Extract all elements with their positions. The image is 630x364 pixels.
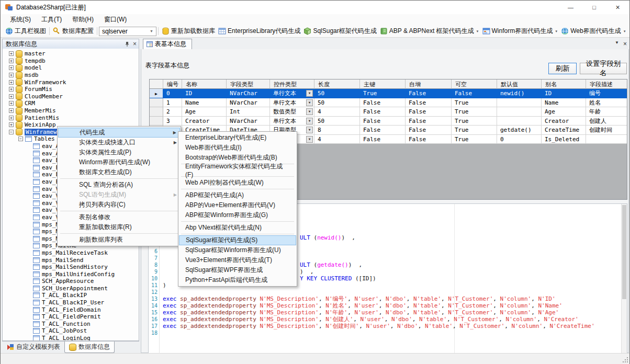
- tab-list-chevron-icon[interactable]: ▼: [615, 40, 619, 48]
- menu-item[interactable]: 刷新数据库列表: [58, 235, 180, 245]
- grid-cell[interactable]: False: [406, 135, 452, 144]
- tree-item-database[interactable]: +CloudMember: [3, 93, 139, 100]
- tree-item-database[interactable]: +ForumMis: [3, 86, 139, 93]
- tree-item-database[interactable]: +PatientMis: [3, 114, 139, 121]
- refresh-button[interactable]: 刷新: [548, 63, 577, 74]
- grid-row[interactable]: 2AgeInt数值类型▼4FalseFalseTrueAge年龄: [150, 107, 627, 117]
- grid-cell[interactable]: False: [406, 107, 452, 117]
- grid-cell[interactable]: False: [406, 98, 452, 108]
- combo-dropdown-icon[interactable]: ▼: [306, 99, 313, 106]
- grid-cell[interactable]: Age: [542, 107, 586, 117]
- menu-item[interactable]: SQL 查询分析器(A): [58, 180, 180, 190]
- tree-item-table[interactable]: T_ACL_BlackIP_User: [3, 299, 139, 306]
- grid-column-header[interactable]: 别名: [542, 79, 586, 89]
- grid-cell[interactable]: True: [360, 89, 406, 98]
- resize-grip[interactable]: [622, 357, 628, 363]
- menu-item[interactable]: Python+FastApi后端代码生成: [179, 275, 296, 285]
- grid-cell[interactable]: 创建时间: [586, 126, 627, 135]
- grid-cell[interactable]: True: [452, 107, 497, 117]
- tree-item-table[interactable]: mps_MailSendHistory: [3, 264, 139, 271]
- tree-item-database[interactable]: +msdb: [3, 72, 139, 79]
- grid-cell[interactable]: 单行文本▼: [270, 98, 314, 108]
- row-header-cell[interactable]: ▶: [150, 89, 163, 98]
- toolbar-enterpriselibrary-button[interactable]: EnterpriseLibrary代码生成: [217, 26, 302, 37]
- grid-column-header[interactable]: 可空: [452, 79, 497, 89]
- expand-icon[interactable]: +: [9, 65, 14, 70]
- grid-cell[interactable]: 3: [163, 117, 182, 126]
- grid-cell[interactable]: 4: [314, 135, 360, 144]
- menu-item[interactable]: SQL语句生成(M)▶: [58, 190, 180, 200]
- menu-item[interactable]: Abp VNext框架代码生成(N): [179, 223, 296, 233]
- menu-item[interactable]: ABP的Vue+Element界面代码(V): [179, 200, 296, 210]
- grid-cell[interactable]: 50: [314, 117, 360, 126]
- grid-cell[interactable]: NVarChar: [227, 89, 270, 98]
- grid-cell[interactable]: Creator: [182, 117, 227, 126]
- menu-tools[interactable]: 工具(T): [36, 14, 67, 25]
- expand-icon[interactable]: +: [9, 73, 14, 77]
- grid-cell[interactable]: False: [360, 107, 406, 117]
- minimize-button[interactable]: —: [559, 1, 582, 14]
- grid-cell[interactable]: 0: [163, 89, 182, 98]
- tree-item-table[interactable]: T_ACL_Function: [3, 321, 139, 328]
- chevron-down-icon[interactable]: ▼: [476, 30, 479, 33]
- grid-cell[interactable]: CreateTime: [542, 126, 586, 135]
- grid-cell[interactable]: True: [452, 126, 497, 135]
- expand-icon[interactable]: +: [9, 101, 14, 106]
- grid-cell[interactable]: 0: [497, 135, 542, 144]
- grid-cell[interactable]: 姓名: [586, 98, 627, 108]
- grid-column-header[interactable]: 控件类型: [270, 79, 314, 89]
- tree-item-table[interactable]: T_ACL_BlackIP: [3, 292, 139, 299]
- grid-cell[interactable]: Name: [182, 98, 227, 108]
- grid-row[interactable]: 1NameNVarChar单行文本▼50FalseFalseTrueName姓名: [150, 98, 627, 108]
- grid-cell[interactable]: False: [406, 126, 452, 135]
- grid-column-header[interactable]: 默认值: [497, 79, 542, 89]
- grid-cell[interactable]: Age: [182, 107, 227, 117]
- grid-cell[interactable]: False: [360, 98, 406, 108]
- menu-item[interactable]: ABP框架代码生成(A): [179, 190, 296, 200]
- grid-column-header[interactable]: 主键: [360, 79, 406, 89]
- close-button[interactable]: ×: [606, 1, 629, 14]
- toolbar-db-config-button[interactable]: 数据库配置: [51, 26, 95, 37]
- combo-dropdown-icon[interactable]: ▼: [306, 108, 313, 115]
- panel-close-icon[interactable]: ×: [133, 40, 137, 48]
- grid-cell[interactable]: [497, 107, 542, 117]
- menu-system[interactable]: 系统(S): [5, 14, 36, 25]
- pin-icon[interactable]: [125, 41, 130, 47]
- menu-item[interactable]: Vue3+Element界面代码生成(T): [179, 255, 296, 265]
- tree-item-table[interactable]: mps_MailSend: [3, 256, 139, 264]
- tree-item-table[interactable]: T_ACL_FieldPermit: [3, 313, 139, 321]
- tab-database-info[interactable]: 数据库信息: [64, 342, 115, 353]
- grid-cell[interactable]: 年龄: [586, 107, 627, 117]
- menu-item[interactable]: Winform界面代码生成(W): [58, 157, 180, 167]
- tree-item-database[interactable]: +MemberMis: [3, 107, 139, 115]
- grid-cell[interactable]: [497, 98, 542, 108]
- grid-cell[interactable]: ID: [182, 89, 227, 98]
- tree-item-table[interactable]: mps_MailUnifiedConfig: [3, 270, 139, 278]
- grid-cell[interactable]: newid(): [497, 89, 542, 98]
- tree-item-table[interactable]: SCH_UserAppointment: [3, 285, 139, 292]
- menu-item[interactable]: Web界面代码生成(I): [179, 143, 296, 153]
- menu-item[interactable]: SqlSugar框架代码生成(S): [179, 235, 296, 245]
- grid-cell[interactable]: getdate(): [497, 126, 542, 135]
- expand-icon[interactable]: +: [9, 59, 14, 63]
- tree-item-database[interactable]: +master: [3, 50, 139, 58]
- grid-cell[interactable]: [497, 117, 542, 126]
- combo-dropdown-icon[interactable]: ▼: [306, 90, 313, 97]
- expand-icon[interactable]: −: [18, 136, 23, 141]
- grid-cell[interactable]: Name: [542, 98, 586, 108]
- grid-cell[interactable]: True: [452, 117, 497, 126]
- grid-cell[interactable]: False: [360, 117, 406, 126]
- tree-item-database[interactable]: +model: [3, 64, 139, 72]
- menu-window[interactable]: 窗口(W): [99, 14, 132, 25]
- tab-custom-templates[interactable]: 自定义模板列表: [3, 342, 64, 352]
- grid-cell[interactable]: Creator: [542, 117, 586, 126]
- grid-cell[interactable]: 1: [163, 98, 182, 108]
- expand-icon[interactable]: −: [9, 130, 14, 134]
- tree-item-database[interactable]: +CRM: [3, 100, 139, 107]
- vscroll-thumb[interactable]: [622, 205, 626, 299]
- menu-item[interactable]: EnterpriseLibrary代码生成(E): [179, 133, 296, 143]
- tree-item-table[interactable]: SCH_AppResource: [3, 278, 139, 285]
- grid-cell[interactable]: 8: [314, 126, 360, 135]
- grid-cell[interactable]: False: [452, 89, 497, 98]
- grid-cell[interactable]: 编号: [586, 89, 627, 98]
